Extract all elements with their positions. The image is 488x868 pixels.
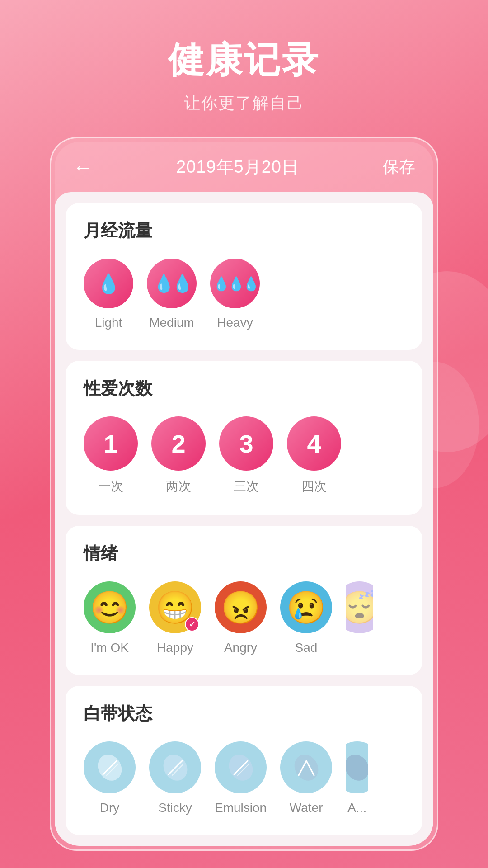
- mood-happy-label: Happy: [157, 641, 193, 655]
- mood-angry-label: Angry: [224, 641, 257, 655]
- mood-item-angry: 😠 Angry: [215, 581, 267, 655]
- mood-sad-label: Sad: [295, 641, 318, 655]
- discharge-item-sticky: Sticky: [149, 741, 201, 815]
- discharge-item-emulsion: Emulsion: [215, 741, 267, 815]
- mood-title: 情绪: [84, 542, 404, 565]
- flow-light-icon: 💧: [97, 273, 120, 295]
- flow-heavy-icon: 💧💧💧: [213, 276, 258, 292]
- card-date: 2019年5月20日: [176, 156, 299, 179]
- sex-count-3-label: 三次: [234, 478, 259, 495]
- discharge-emulsion-icon: [225, 752, 257, 783]
- flow-title: 月经流量: [84, 219, 404, 242]
- sex-items-row: 1 一次 2 两次 3 三次: [84, 416, 404, 495]
- discharge-sticky-icon: [160, 752, 191, 783]
- discharge-water-label: Water: [290, 801, 323, 815]
- discharge-water-button[interactable]: [280, 741, 332, 793]
- page-subtitle: 让你更了解自己: [184, 92, 304, 114]
- mood-item-sad: 😢 Sad: [280, 581, 332, 655]
- sex-count-3-num: 3: [239, 429, 253, 458]
- mood-happy-button[interactable]: 😁 ✓: [149, 581, 201, 633]
- content-area: 月经流量 💧 Light 💧💧 Medium: [55, 192, 433, 846]
- sex-count-1-label: 一次: [98, 478, 123, 495]
- discharge-sticky-label: Sticky: [158, 801, 192, 815]
- flow-item-medium: 💧💧 Medium: [147, 259, 197, 330]
- discharge-dry-button[interactable]: [84, 741, 136, 793]
- sex-count-1-num: 1: [103, 429, 117, 458]
- phone-inner: ← 2019年5月20日 保存 月经流量 💧 Light: [55, 142, 433, 846]
- page-title: 健康记录: [168, 36, 320, 85]
- flow-medium-label: Medium: [149, 316, 194, 330]
- discharge-item-water: Water: [280, 741, 332, 815]
- sex-count-2-label: 两次: [166, 478, 191, 495]
- flow-heavy-label: Heavy: [217, 316, 253, 330]
- discharge-section: 白带状态 Dry: [66, 686, 422, 835]
- mood-happy-check-icon: ✓: [185, 617, 199, 632]
- discharge-dry-icon: [94, 752, 126, 783]
- flow-heavy-button[interactable]: 💧💧💧: [210, 259, 260, 308]
- mood-angry-emoji: 😠: [221, 589, 260, 626]
- discharge-extra-icon: [346, 752, 368, 783]
- mood-extra-button[interactable]: 😴: [346, 581, 373, 633]
- sex-count-3-button[interactable]: 3: [219, 416, 273, 471]
- mood-sad-emoji: 😢: [286, 589, 326, 626]
- flow-item-light: 💧 Light: [84, 259, 133, 330]
- mood-ok-button[interactable]: 😊: [84, 581, 136, 633]
- svg-point-10: [346, 752, 368, 783]
- sex-count-4-num: 4: [307, 429, 321, 458]
- mood-item-ok: 😊 I'm OK: [84, 581, 136, 655]
- sex-item-3: 3 三次: [219, 416, 273, 495]
- discharge-item-extra: A...: [346, 741, 368, 815]
- flow-item-heavy: 💧💧💧 Heavy: [210, 259, 260, 330]
- flow-light-button[interactable]: 💧: [84, 259, 133, 308]
- discharge-emulsion-label: Emulsion: [215, 801, 267, 815]
- discharge-emulsion-button[interactable]: [215, 741, 267, 793]
- flow-light-label: Light: [95, 316, 122, 330]
- mood-angry-button[interactable]: 😠: [215, 581, 267, 633]
- mood-section: 情绪 😊 I'm OK 😁 ✓: [66, 526, 422, 675]
- discharge-extra-label: A...: [347, 801, 366, 815]
- sex-item-4: 4 四次: [287, 416, 341, 495]
- flow-medium-icon: 💧💧: [153, 274, 190, 293]
- svg-point-9: [291, 752, 322, 783]
- sex-item-2: 2 两次: [151, 416, 206, 495]
- sex-count-4-button[interactable]: 4: [287, 416, 341, 471]
- sex-count-2-button[interactable]: 2: [151, 416, 206, 471]
- flow-medium-button[interactable]: 💧💧: [147, 259, 197, 308]
- sex-item-1: 1 一次: [84, 416, 138, 495]
- discharge-items-row: Dry Sticky: [84, 741, 404, 815]
- page-header: 健康记录 让你更了解自己: [168, 36, 320, 114]
- sex-section: 性爱次数 1 一次 2 两次: [66, 361, 422, 515]
- flow-items-row: 💧 Light 💧💧 Medium 💧💧💧: [84, 259, 404, 330]
- discharge-dry-label: Dry: [100, 801, 120, 815]
- mood-items-row: 😊 I'm OK 😁 ✓ Happy: [84, 581, 404, 655]
- sex-title: 性爱次数: [84, 377, 404, 400]
- flow-section: 月经流量 💧 Light 💧💧 Medium: [66, 203, 422, 350]
- mood-ok-label: I'm OK: [90, 641, 129, 655]
- sex-count-1-button[interactable]: 1: [84, 416, 138, 471]
- sex-count-2-num: 2: [171, 429, 185, 458]
- mood-item-happy: 😁 ✓ Happy: [149, 581, 201, 655]
- discharge-item-dry: Dry: [84, 741, 136, 815]
- sex-count-4-label: 四次: [301, 478, 327, 495]
- phone-card: ← 2019年5月20日 保存 月经流量 💧 Light: [50, 137, 438, 851]
- discharge-title: 白带状态: [84, 702, 404, 725]
- mood-extra-emoji: 😴: [346, 589, 373, 626]
- discharge-water-icon: [291, 752, 322, 783]
- mood-item-extra: 😴: [346, 581, 373, 633]
- mood-ok-emoji: 😊: [90, 589, 129, 626]
- discharge-sticky-button[interactable]: [149, 741, 201, 793]
- card-header: ← 2019年5月20日 保存: [55, 142, 433, 192]
- mood-sad-button[interactable]: 😢: [280, 581, 332, 633]
- back-button[interactable]: ←: [73, 156, 93, 179]
- save-button[interactable]: 保存: [383, 156, 415, 178]
- discharge-extra-button[interactable]: [346, 741, 368, 793]
